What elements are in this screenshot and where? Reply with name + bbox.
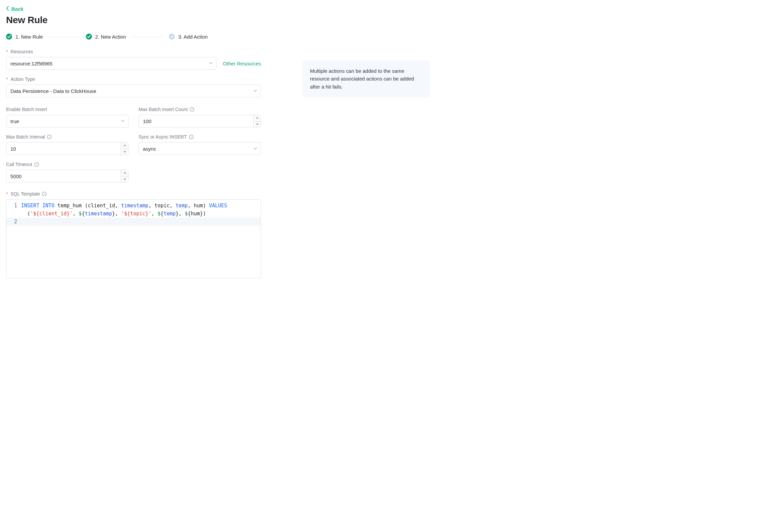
- svg-text:?: ?: [49, 135, 50, 139]
- check-circle-icon: [86, 34, 92, 40]
- sync-async-select[interactable]: async: [139, 142, 261, 155]
- step-label: 2. New Action: [95, 34, 126, 40]
- chevron-down-icon: [121, 118, 125, 124]
- stepper-down-button[interactable]: [121, 149, 128, 155]
- call-timeout-label: Call Timeout ?: [6, 162, 128, 167]
- svg-text:?: ?: [36, 163, 37, 166]
- code-line-1b: ('${client_id}', ${timestamp}, '${topic}…: [21, 210, 261, 218]
- help-icon[interactable]: ?: [190, 107, 194, 112]
- gutter-spacer: [6, 210, 21, 218]
- stepper-down-button[interactable]: [121, 176, 128, 182]
- select-value: true: [10, 118, 19, 124]
- resources-select[interactable]: resource:12f56965: [6, 57, 216, 70]
- line-number: 2: [6, 218, 21, 226]
- step-divider: [48, 37, 81, 37]
- code-line-2: [21, 218, 261, 226]
- max-batch-interval-input[interactable]: 10: [6, 142, 128, 155]
- hint-text: Multiple actions can be added to the sam…: [310, 68, 414, 90]
- stepper-up-button[interactable]: [254, 115, 261, 121]
- stepper-up-button[interactable]: [121, 143, 128, 149]
- svg-text:?: ?: [44, 192, 45, 196]
- svg-text:?: ?: [191, 135, 192, 139]
- step-label: 1. New Rule: [15, 34, 43, 40]
- max-batch-count-label: Max Batch Insert Count ?: [139, 107, 261, 112]
- action-type-label: *Action Type: [6, 76, 261, 82]
- step-divider: [131, 37, 164, 37]
- check-circle-icon: [169, 34, 175, 40]
- stepper-up-button[interactable]: [121, 170, 128, 176]
- help-icon[interactable]: ?: [189, 135, 194, 139]
- hint-panel: Multiple actions can be added to the sam…: [303, 60, 430, 97]
- sync-async-label: Sync or Async INSERT ?: [139, 134, 261, 140]
- check-circle-icon: [6, 34, 12, 40]
- help-icon[interactable]: ?: [42, 192, 47, 196]
- step-add-action[interactable]: 3. Add Action: [169, 34, 208, 40]
- chevron-down-icon: [253, 88, 257, 94]
- action-type-select[interactable]: Data Persistence - Data to ClickHouse: [6, 85, 261, 97]
- step-label: 3. Add Action: [178, 34, 208, 40]
- stepper: 1. New Rule 2. New Action 3. Add Action: [6, 34, 430, 40]
- enable-batch-label: Enable Batch Insert: [6, 107, 128, 112]
- call-timeout-input[interactable]: 5000: [6, 170, 128, 182]
- input-value: 100: [143, 118, 253, 124]
- chevron-left-icon: [6, 6, 9, 12]
- input-value: 10: [10, 146, 121, 152]
- help-icon[interactable]: ?: [34, 162, 39, 167]
- chevron-down-icon: [209, 61, 213, 66]
- resources-label: *Resources: [6, 49, 261, 54]
- select-value: resource:12f56965: [10, 61, 52, 66]
- back-link[interactable]: Back: [6, 6, 23, 12]
- select-value: async: [143, 146, 156, 152]
- help-icon[interactable]: ?: [47, 135, 52, 139]
- select-value: Data Persistence - Data to ClickHouse: [10, 88, 96, 94]
- max-batch-interval-label: Max Batch Interval ?: [6, 134, 128, 140]
- other-resources-link[interactable]: Other Resources: [223, 61, 261, 66]
- back-label: Back: [11, 6, 23, 12]
- step-new-rule[interactable]: 1. New Rule: [6, 34, 43, 40]
- svg-text:?: ?: [191, 108, 193, 111]
- input-value: 5000: [10, 173, 121, 179]
- enable-batch-select[interactable]: true: [6, 115, 128, 127]
- page-title: New Rule: [6, 15, 430, 25]
- sql-template-label: *SQL Template ?: [6, 191, 261, 197]
- max-batch-count-input[interactable]: 100: [139, 115, 261, 127]
- step-new-action[interactable]: 2. New Action: [86, 34, 126, 40]
- sql-template-editor[interactable]: 1 INSERT INTO temp_hum (client_id, times…: [6, 199, 261, 278]
- stepper-down-button[interactable]: [254, 121, 261, 127]
- code-line-1: INSERT INTO temp_hum (client_id, timesta…: [21, 202, 261, 210]
- chevron-down-icon: [253, 146, 257, 152]
- line-number: 1: [6, 202, 21, 210]
